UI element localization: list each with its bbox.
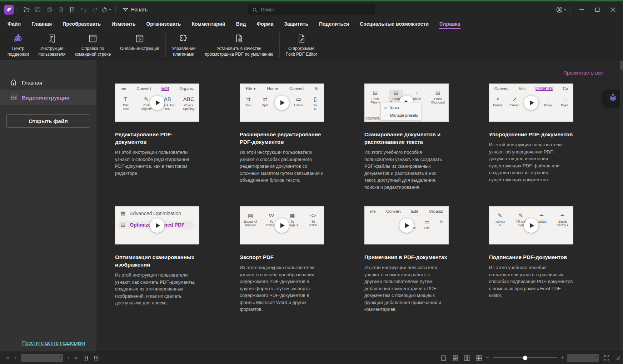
single-page-view-icon[interactable] [438,355,449,362]
facing-continuous-view-icon[interactable] [473,355,485,362]
tutorial-thumbnail[interactable]: meConvertEditOrganiz✎ T T T T T≡Note▭Fil… [364,206,449,244]
mini-button: ▤Export All Images [243,212,258,227]
view-all-link[interactable]: Просмотреть все [115,70,603,76]
tutorial-thumbnail[interactable]: File ▾HomeConvertE⇉Join⇄Split▭Link▭Unlin… [240,84,324,122]
save-icon[interactable] [32,4,44,15]
about-button[interactable]: О программе Foxit PDF Editor [281,32,322,57]
mini-doc-icon: ▤ [120,222,125,228]
mini-button-icon: □ [563,96,566,102]
tutorial-thumbnail[interactable]: ▤Export All ImagesWTo Office ▾▦To Image … [240,206,324,244]
tutorial-card-title: Редактирование PDF-документов [115,131,199,146]
command-line-help-label: Справка по командной строке [75,46,111,57]
mini-button: ✒Sign& Certify ▾ [555,212,570,227]
zoom-slider[interactable] [493,358,557,358]
next-view-icon[interactable] [91,355,102,361]
maximize-button[interactable] [589,2,605,17]
hand-tool-icon[interactable]: ▼ [101,4,112,15]
sidebar-item-video-tutorials[interactable]: Видеоинструкции [0,90,96,105]
first-page-button[interactable]: « [4,355,12,361]
divider [115,6,116,13]
tutorial-thumbnail[interactable]: meConvertEditOrganizTEdit Text✎Edit Obje… [115,84,199,122]
account-icon[interactable]: ▼ [555,4,567,15]
play-button-overlay[interactable] [150,96,164,110]
tab-organize[interactable]: Организовать [141,18,186,30]
play-button-overlay[interactable] [524,218,538,233]
tab-form[interactable]: Форма [251,18,279,30]
resize-grip[interactable] [615,355,620,360]
print-icon[interactable] [44,4,55,15]
mini-button-icon: ▤ [394,90,399,96]
tab-home[interactable]: Главная [26,18,57,30]
tab-view[interactable]: Вид [231,18,251,30]
tab-protect[interactable]: Защитить [279,18,314,30]
tab-edit[interactable]: Изменить [106,18,141,30]
user-manual-button[interactable]: Инструкция пользователя [34,32,70,57]
tab-share[interactable]: Поделиться [314,18,354,30]
sidebar-item-home[interactable]: Главная [0,75,96,90]
mini-button-label: cuSign [537,220,547,223]
fit-screen-icon[interactable] [601,355,612,361]
tutorial-card: File ▾HomeConvertE⇉Join⇄Split▭Link▭Unlin… [240,84,324,191]
new-doc-icon[interactable] [66,4,78,15]
mini-button-label: Split [262,103,268,107]
play-button-overlay[interactable] [399,218,414,233]
undo-icon[interactable] [78,4,89,15]
tab-file[interactable]: Файл [2,18,26,30]
facing-view-icon[interactable] [461,355,473,362]
mini-tab-row: File ▾HomeConvertE [240,84,324,93]
mini-button-label: Se N [313,103,317,111]
export-doc-icon[interactable] [55,4,66,15]
mini-dropdown-label: Manage presets [390,113,418,117]
minimize-button[interactable] [574,2,589,17]
tab-accessibility[interactable]: Специальные возможности [354,18,434,30]
play-button-overlay[interactable] [150,218,164,233]
divider [17,6,18,13]
tutorial-thumbnail[interactable]: ▤Advanced Optimization▤Optimize Scanned … [115,206,199,244]
mini-button-label: Join [245,103,251,107]
prev-page-button[interactable]: ‹ [12,355,19,361]
tab-comment[interactable]: Комментарий [186,18,230,30]
next-page-button[interactable]: › [65,355,72,361]
play-button-overlay[interactable] [275,96,289,110]
open-folder-icon[interactable] [21,4,32,15]
tutorial-thumbnail[interactable]: ConvertEditOrganizeCo×Delete↗Extract⇄Rev… [489,84,573,122]
prev-view-icon[interactable] [80,355,91,361]
continuous-view-icon[interactable] [449,355,461,362]
command-line-help-button[interactable]: C:\ Справка по командной строке [70,32,115,57]
mini-button: ×Delete [490,96,505,107]
set-default-viewer-button[interactable]: Установить в качестве просмотрщика PDF п… [200,32,278,57]
mini-button-label: Check Spelling [183,103,194,111]
zoom-out-button[interactable]: − [485,355,489,361]
mini-tab: Organize [535,86,553,91]
tab-convert[interactable]: Преобразовать [57,18,106,30]
online-tutorial-button[interactable]: Онлайн-инструкция [115,32,164,52]
zoom-select-dropdown[interactable] [567,354,599,362]
redo-icon[interactable] [89,4,101,15]
page-select-dropdown[interactable] [21,354,63,362]
play-button-overlay[interactable] [524,96,538,110]
tab-help[interactable]: Справка [434,18,465,30]
vertical-scrollbar[interactable] [620,60,623,352]
help-ribbon: Центр поддержки Инструкция пользователя … [0,30,623,60]
mini-button-label: To HTML [309,220,318,227]
tutorial-card: meConvertEditOrganizTEdit Text✎Edit Obje… [115,84,199,191]
start-tab-button[interactable]: Начать [123,7,148,12]
mini-button-label: Edit Text [123,103,129,111]
manage-plugins-button[interactable]: Управление плагинами [167,32,200,57]
support-center-link[interactable]: Посетите центр поддержки [22,340,85,346]
play-button-overlay[interactable] [275,218,289,233]
search-input[interactable]: Поиск [248,4,375,15]
tutorial-card: ▤From Files ▾▤From Scanner+Blank▤From Cl… [364,84,449,191]
support-center-button[interactable]: Центр поддержки [3,32,34,57]
tutorial-thumbnail[interactable]: ▤From Files ▾▤From Scanner+Blank▤From Cl… [364,84,449,122]
mini-button-icon: ✎ [144,96,149,102]
mini-button: □Dupli [558,96,572,107]
tutorial-thumbnail[interactable]: ✎nsitivity ▾✎Fill and Sign✒cuSign✒Sign& … [489,206,573,244]
mini-button: ▭File [420,219,434,230]
zoom-slider-thumb[interactable] [523,356,527,360]
zoom-in-button[interactable]: + [560,355,565,361]
close-button[interactable] [605,2,621,17]
mini-button-icon: ▯ [314,96,317,102]
open-file-button[interactable]: Открыть файл [6,114,90,128]
last-page-button[interactable]: » [72,355,80,361]
